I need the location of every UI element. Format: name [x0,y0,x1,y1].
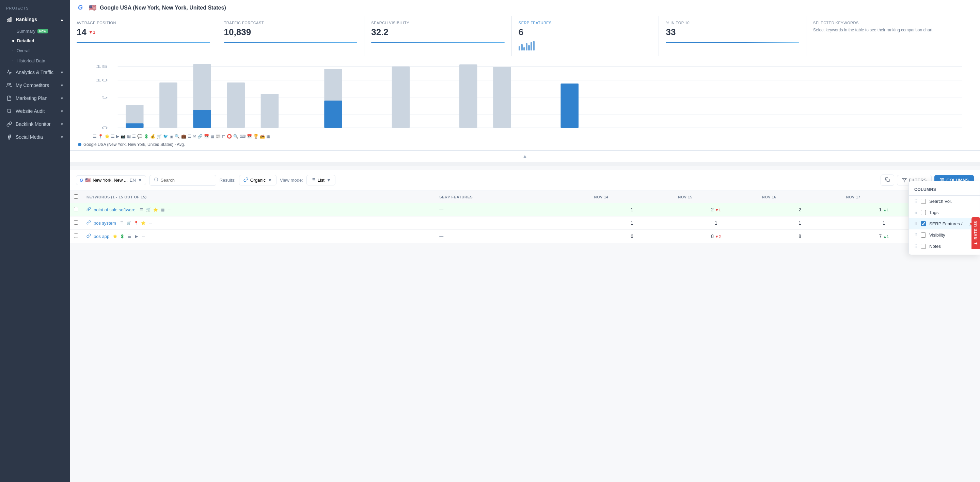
columns-panel: COLUMNS ⠿ Search Vol. ⠿ Tags ⠿ SERP Feat… [908,181,980,255]
select-all-header[interactable] [70,191,83,203]
serp-bar-1 [519,46,520,51]
row1-checkbox[interactable] [74,207,78,211]
nov16-col-header[interactable]: NOV 16 [758,191,842,203]
row3-checkbox[interactable] [74,233,78,238]
chart-icon-3: ⭐ [105,134,110,139]
row1-nov17-delta: ▲1 [883,208,889,212]
row2-nov15: 1 [674,217,758,230]
stat-card-visibility: SEARCH VISIBILITY 32.2 [364,16,512,56]
svg-rect-1 [9,18,10,21]
sidebar-item-rankings[interactable]: Rankings ▲ [0,13,70,26]
chart-icon-30: ▦ [266,134,270,139]
columns-panel-item-serp[interactable]: ⠿ SERP Features / 📌 [909,218,980,230]
selected-keywords-info: Select keywords in the table to see thei… [813,27,973,33]
row3-serp-icon-3: ☰ [126,233,132,239]
flag-small-icon: 🇺🇸 [85,177,91,183]
row1-nov14: 1 [590,203,674,217]
overall-bullet: · [12,47,14,54]
historical-label: Historical Data [16,58,45,64]
row3-nov15-delta: ▼2 [715,235,721,239]
sidebar-item-backlink[interactable]: Backlink Monitor ▼ [0,118,70,131]
visibility-label: SEARCH VISIBILITY [371,21,504,25]
sidebar-item-analytics[interactable]: Analytics & Traffic ▼ [0,66,70,79]
tags-checkbox[interactable] [921,210,926,215]
search-input[interactable] [161,177,212,183]
chart-icon-28: 🏆 [253,134,258,139]
notes-checkbox[interactable] [921,244,926,249]
sidebar-item-historical[interactable]: · Historical Data [12,56,70,66]
results-type-dropdown[interactable]: Organic ▼ [239,175,277,185]
rankings-sub-menu: · Summary New Detailed · Overall · Histo… [0,26,70,66]
detailed-label: Detailed [17,38,34,43]
chart-icon-7: ▦ [127,134,131,139]
svg-rect-21 [261,94,279,128]
svg-rect-19 [193,110,211,128]
sidebar-item-marketing[interactable]: Marketing Plan ▼ [0,92,70,105]
social-label: Social Media [16,134,43,140]
row3-link-icon[interactable] [86,233,91,239]
sidebar-item-summary[interactable]: · Summary New [12,26,70,36]
selected-keywords-label: SELECTED KEYWORDS [813,21,973,25]
row3-keyword-cell: pos app ⭐ 💲 ☰ ▶ ··· [83,230,435,243]
table-area: G 🇺🇸 New York, New ... EN ▼ Results: Org… [70,170,980,243]
columns-panel-item-searchvol[interactable]: ⠿ Search Vol. [909,196,980,207]
row2-keyword-name[interactable]: pos system [94,220,116,226]
results-label: Results: [220,177,235,183]
select-all-checkbox[interactable] [74,194,78,199]
row1-keyword-name[interactable]: point of sale software [94,207,135,212]
competitors-icon [6,82,12,88]
chart-icon-25: 🔍 [233,134,239,139]
chart-icon-19: 🔗 [197,134,203,139]
visibility-checkbox[interactable] [921,233,926,238]
serp-col-label: SERP Features / [929,221,962,227]
view-mode-text: List [318,177,325,183]
row2-checkbox[interactable] [74,220,78,225]
row3-serp-icon-more[interactable]: ··· [141,233,147,239]
detailed-dot [12,40,14,42]
row2-serp-icon-more[interactable]: ··· [148,220,154,226]
svg-line-5 [10,112,11,113]
sidebar-item-competitors[interactable]: My Competitors ▼ [0,79,70,92]
serp-bar-5 [528,45,530,51]
chart-collapse-btn[interactable]: ▲ [70,150,980,162]
columns-panel-item-notes[interactable]: ⠿ Notes [909,241,980,252]
chart-icon-15: 🔍 [175,134,180,139]
row1-nov15-delta: ▼1 [715,208,721,212]
location-select[interactable]: G 🇺🇸 New York, New ... EN ▼ [76,175,146,185]
row2-link-icon[interactable] [86,220,91,226]
stat-card-selected-keywords: SELECTED KEYWORDS Select keywords in the… [807,16,980,56]
sidebar: PROJECTS Rankings ▲ · Summary New Detail… [0,0,70,482]
searchvol-checkbox[interactable] [921,199,926,204]
svg-rect-17 [159,83,177,128]
serp-checkbox[interactable] [921,221,926,227]
analytics-chevron: ▼ [60,70,64,74]
stat-card-traffic: TRAFFIC FORECAST 10,839 [217,16,365,56]
nov14-col-header[interactable]: NOV 14 [590,191,674,203]
rate-us-label: RATE US [974,221,978,239]
row3-keyword-name[interactable]: pos app [94,234,109,239]
columns-panel-item-tags[interactable]: ⠿ Tags [909,207,980,218]
chart-icon-16: 💼 [181,134,186,139]
organic-icon [243,177,248,183]
svg-rect-16 [126,123,144,128]
sidebar-item-detailed[interactable]: Detailed [12,36,70,45]
sidebar-item-social[interactable]: Social Media ▼ [0,131,70,144]
copy-button[interactable] [881,174,894,186]
sidebar-item-overall[interactable]: · Overall [12,45,70,56]
row1-link-icon[interactable] [86,207,91,212]
view-mode-dropdown[interactable]: List ▼ [307,175,336,185]
columns-panel-item-visibility[interactable]: ⠿ Visibility [909,230,980,241]
chart-icon-12: 🛒 [157,134,162,139]
sidebar-item-audit[interactable]: Website Audit ▼ [0,105,70,118]
svg-text:10: 10 [96,78,108,82]
audit-chevron: ▼ [60,109,64,113]
top10-label: % IN TOP 10 [666,21,799,25]
chart-icon-29: 📻 [260,134,265,139]
nov15-col-header[interactable]: NOV 15 [674,191,758,203]
row3-checkbox-cell [70,230,83,243]
row1-serp-icon-more[interactable]: ··· [167,207,173,213]
searchvol-label: Search Vol. [929,199,952,204]
social-icon [6,134,12,140]
rate-us-tab[interactable]: ⬇ RATE US [972,217,980,249]
chart-icon-8: ☰ [132,134,136,139]
